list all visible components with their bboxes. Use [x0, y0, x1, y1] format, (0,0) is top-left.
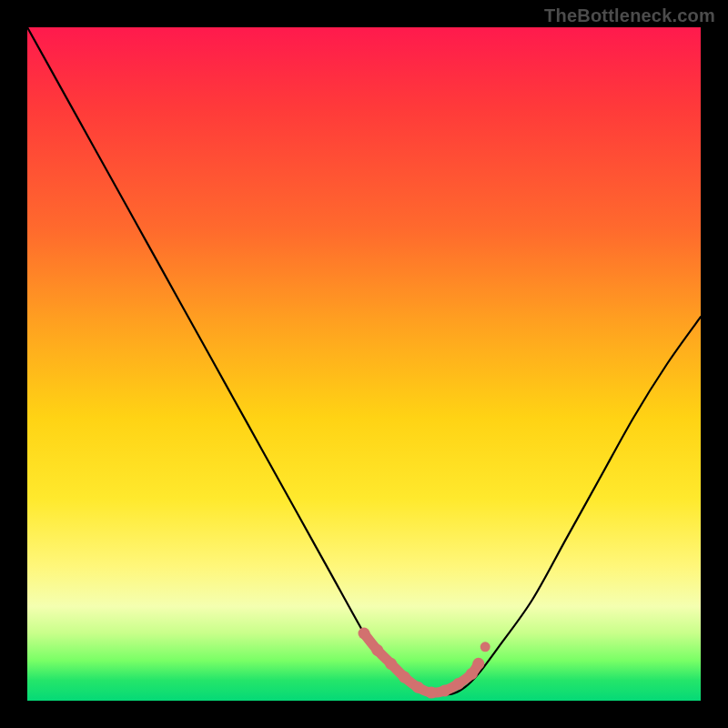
- chart-frame: TheBottleneck.com: [0, 0, 728, 728]
- chart-svg: [27, 27, 701, 701]
- bottleneck-curve: [27, 27, 701, 695]
- marker-dot: [399, 672, 410, 683]
- marker-dot: [472, 658, 484, 670]
- marker-dot: [452, 678, 464, 690]
- plot-area: [27, 27, 701, 701]
- marker-dot: [439, 684, 450, 696]
- marker-dot: [385, 658, 397, 670]
- marker-dot: [466, 668, 478, 680]
- marker-dot: [480, 642, 490, 652]
- marker-dot: [359, 628, 370, 640]
- watermark-text: TheBottleneck.com: [544, 5, 715, 26]
- marker-dot: [412, 682, 424, 693]
- marker-dot: [426, 687, 438, 699]
- marker-dot: [371, 644, 383, 656]
